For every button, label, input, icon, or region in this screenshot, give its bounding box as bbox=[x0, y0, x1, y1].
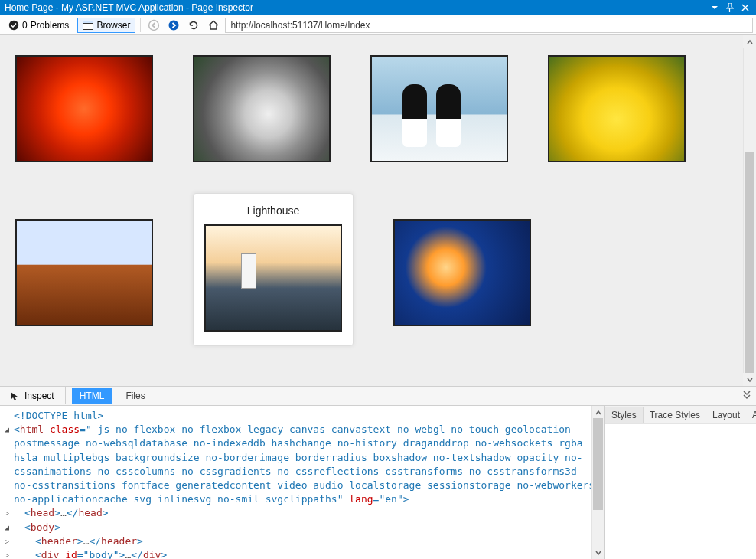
chevron-down-icon bbox=[746, 376, 754, 384]
gallery-image[interactable] bbox=[393, 219, 531, 326]
tree-expander[interactable]: ▷ bbox=[3, 550, 11, 559]
browser-toggle[interactable]: Browser bbox=[77, 18, 135, 33]
check-circle-icon bbox=[8, 20, 19, 31]
inspector-toolbar: Inspect HTML Files bbox=[0, 386, 756, 406]
address-text: http://localhost:51137/Home/Index bbox=[230, 20, 370, 31]
tab-html[interactable]: HTML bbox=[72, 388, 112, 404]
tab-att[interactable]: Att bbox=[746, 407, 756, 423]
home-button[interactable] bbox=[205, 17, 222, 34]
inspect-label: Inspect bbox=[24, 391, 54, 401]
toolbar-separator bbox=[140, 18, 141, 32]
problems-count: 0 bbox=[22, 20, 28, 31]
gallery-image[interactable] bbox=[548, 55, 686, 162]
chevron-down-icon bbox=[595, 549, 602, 557]
pin-button[interactable] bbox=[724, 2, 736, 14]
window-title: Home Page - My ASP.NET MVC Application -… bbox=[5, 2, 705, 13]
problems-label: Problems bbox=[31, 20, 70, 31]
gallery-image[interactable] bbox=[15, 55, 153, 162]
attr-class-name: class bbox=[50, 423, 80, 435]
code-scrollbar[interactable] bbox=[591, 406, 604, 559]
nav-forward-button[interactable] bbox=[165, 17, 182, 34]
refresh-icon bbox=[187, 19, 200, 31]
tree-expander[interactable]: ▷ bbox=[3, 508, 11, 518]
browser-toggle-label: Browser bbox=[96, 20, 130, 31]
attr-lang-name: lang bbox=[349, 493, 373, 505]
gallery-image[interactable] bbox=[370, 55, 508, 162]
gallery-card-hovered[interactable]: Lighthouse bbox=[193, 193, 354, 346]
tab-trace-styles[interactable]: Trace Styles bbox=[644, 407, 706, 423]
styles-pane: Styles Trace Styles Layout Att bbox=[604, 406, 756, 559]
code-doctype: <!DOCTYPE html> bbox=[14, 410, 103, 421]
address-bar[interactable]: http://localhost:51137/Home/Index bbox=[225, 18, 753, 33]
expand-collapse-button[interactable] bbox=[742, 390, 751, 403]
tab-layout[interactable]: Layout bbox=[706, 407, 746, 423]
html-source-pane[interactable]: <!DOCTYPE html> ◢ <html class=" js no-fl… bbox=[0, 406, 604, 559]
styles-tabs: Styles Trace Styles Layout Att bbox=[605, 406, 756, 424]
inspect-cursor-icon bbox=[9, 391, 20, 401]
scroll-thumb[interactable] bbox=[593, 418, 603, 510]
preview-scrollbar[interactable] bbox=[743, 35, 756, 386]
double-chevron-down-icon bbox=[742, 390, 751, 400]
inspect-button[interactable]: Inspect bbox=[5, 388, 59, 404]
close-button[interactable] bbox=[739, 2, 751, 14]
separator bbox=[65, 387, 66, 404]
attr-lang-value: en bbox=[385, 493, 397, 505]
gallery-card-caption: Lighthouse bbox=[204, 200, 342, 224]
gallery-image[interactable] bbox=[15, 219, 153, 326]
svg-point-4 bbox=[169, 20, 179, 30]
chevron-up-icon bbox=[595, 409, 602, 417]
inspector-bottom: <!DOCTYPE html> ◢ <html class=" js no-fl… bbox=[0, 406, 756, 559]
refresh-button[interactable] bbox=[185, 17, 202, 34]
title-bar: Home Page - My ASP.NET MVC Application -… bbox=[0, 0, 756, 15]
scroll-down-button[interactable] bbox=[743, 373, 756, 386]
home-icon bbox=[207, 19, 220, 31]
gallery-image[interactable] bbox=[204, 224, 342, 332]
attr-class-value: js no-flexbox no-flexbox-legacy canvas c… bbox=[14, 423, 595, 505]
scroll-up-button[interactable] bbox=[591, 406, 604, 419]
tree-expander[interactable]: ◢ bbox=[3, 522, 11, 533]
arrow-right-circle-icon bbox=[168, 19, 180, 31]
tab-styles[interactable]: Styles bbox=[605, 407, 644, 423]
gallery-image[interactable] bbox=[193, 55, 331, 162]
chevron-up-icon bbox=[746, 38, 754, 46]
tree-expander[interactable]: ▷ bbox=[3, 536, 11, 547]
svg-point-3 bbox=[149, 20, 159, 30]
problems-indicator[interactable]: 0 Problems bbox=[3, 18, 74, 33]
scroll-up-button[interactable] bbox=[743, 35, 756, 48]
scroll-thumb[interactable] bbox=[745, 152, 754, 374]
window-menu-button[interactable] bbox=[709, 2, 721, 14]
tree-expander[interactable]: ◢ bbox=[3, 424, 11, 435]
browser-icon bbox=[83, 21, 93, 30]
attr-id-name: id bbox=[65, 549, 77, 559]
nav-back-button[interactable] bbox=[145, 17, 162, 34]
toolbar: 0 Problems Browser http://localhost:5113… bbox=[0, 15, 756, 35]
browser-preview: Lighthouse bbox=[0, 35, 756, 386]
arrow-left-circle-icon bbox=[148, 19, 160, 31]
attr-id-value: body bbox=[89, 549, 112, 559]
tab-files[interactable]: Files bbox=[118, 388, 152, 404]
scroll-down-button[interactable] bbox=[591, 546, 604, 559]
gallery: Lighthouse bbox=[0, 35, 735, 366]
svg-rect-2 bbox=[83, 21, 93, 23]
styles-body bbox=[605, 424, 756, 559]
